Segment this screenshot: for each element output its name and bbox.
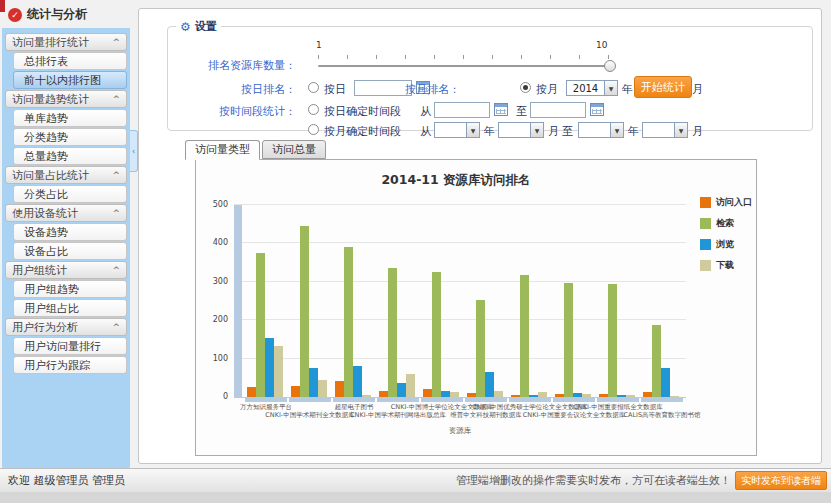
chevron-down-icon: ▼: [530, 123, 543, 137]
sidebar-group-header[interactable]: 访问量排行统计^: [5, 33, 127, 51]
chevron-up-icon: ^: [112, 167, 120, 184]
sidebar-group-header[interactable]: 用户组统计^: [5, 261, 127, 279]
bar: [256, 253, 265, 397]
period-from-date-input[interactable]: [434, 102, 490, 118]
legend-item: 浏览: [700, 238, 752, 251]
sidebar-group-header[interactable]: 用户行为分析^: [5, 318, 127, 336]
window-bottom-strip: [0, 492, 831, 503]
period-to-date-input[interactable]: [530, 102, 586, 118]
sidebar-item[interactable]: 分类占比: [13, 185, 127, 203]
year-unit: 年: [484, 124, 495, 139]
to-label: 至: [562, 124, 573, 139]
y-tick-label: 300: [213, 277, 228, 286]
bar-group: [244, 206, 288, 397]
gear-icon: ⚙: [180, 20, 191, 34]
period-monthly-radio-label: 按月确定时间段: [324, 124, 401, 139]
period-monthly-radio[interactable]: [308, 124, 319, 135]
publish-button[interactable]: 实时发布到读者端: [735, 471, 827, 490]
year-unit: 年: [622, 82, 633, 97]
y-tick-label: 500: [213, 200, 228, 209]
legend-label: 下载: [716, 259, 734, 272]
period-to-month-select[interactable]: ▼: [642, 122, 688, 138]
sidebar-group-header[interactable]: 使用设备统计^: [5, 204, 127, 222]
bar-group: [420, 206, 464, 397]
sidebar: 访问量排行统计^总排行表前十以内排行图访问量趋势统计^单库趋势分类趋势总量趋势访…: [2, 28, 130, 469]
group-base-strip: [245, 397, 287, 402]
monthly-radio[interactable]: [520, 82, 531, 93]
slider-handle[interactable]: [604, 60, 616, 72]
main-panel: ⚙ 设置 排名资源库数量： 1 10 按日排名： 按日 按月排名： 按月 201…: [138, 8, 822, 464]
bar-group: [464, 206, 508, 397]
sidebar-item[interactable]: 设备趋势: [13, 223, 127, 241]
legend-label: 检索: [716, 217, 734, 230]
bar: [388, 268, 397, 397]
bar: [555, 394, 564, 397]
daily-rank-label: 按日排名：: [168, 82, 296, 97]
bar: [344, 247, 353, 397]
sidebar-item[interactable]: 总排行表: [13, 52, 127, 70]
month-unit: 月: [692, 82, 703, 97]
bar: [485, 372, 494, 397]
sidebar-group-label: 用户组统计: [12, 262, 67, 279]
sidebar-group-header[interactable]: 访问量趋势统计^: [5, 90, 127, 108]
bar: [274, 346, 283, 397]
start-statistics-button[interactable]: 开始统计: [634, 76, 692, 98]
sidebar-collapse-handle[interactable]: ‹: [130, 130, 138, 172]
chevron-up-icon: ^: [112, 319, 120, 336]
bar: [626, 395, 635, 397]
tab[interactable]: 访问量类型: [185, 140, 260, 160]
bar: [335, 381, 344, 397]
tab[interactable]: 访问总量: [262, 140, 326, 159]
calendar-icon[interactable]: [494, 103, 508, 116]
sidebar-group-label: 访问量趋势统计: [12, 91, 89, 108]
period-daily-radio-label: 按日确定时间段: [324, 104, 401, 119]
bar-group: [288, 206, 332, 397]
sidebar-item[interactable]: 前十以内排行图: [13, 71, 127, 89]
sidebar-item[interactable]: 总量趋势: [13, 147, 127, 165]
x-category-label: CNKI-中国学术期刊全文数据库: [265, 411, 354, 420]
period-to-year-select[interactable]: ▼: [578, 122, 624, 138]
sidebar-item[interactable]: 设备占比: [13, 242, 127, 260]
period-from-year-select[interactable]: ▼: [434, 122, 480, 138]
bar: [379, 391, 388, 397]
bar-group: [376, 206, 420, 397]
legend-item: 下载: [700, 259, 752, 272]
sidebar-group-label: 用户行为分析: [12, 319, 78, 336]
bar: [564, 283, 573, 397]
sidebar-item[interactable]: 用户行为跟踪: [13, 356, 127, 374]
check-icon: ✓: [8, 8, 22, 22]
rank-count-label: 排名资源库数量：: [168, 58, 296, 73]
calendar-icon[interactable]: [590, 103, 604, 116]
year-unit: 年: [628, 124, 639, 139]
sidebar-item[interactable]: 用户组占比: [13, 299, 127, 317]
bar: [494, 391, 503, 397]
bar: [423, 389, 432, 397]
publish-notice: 管理端增删改的操作需要实时发布，方可在读者端生效！: [456, 469, 731, 492]
period-from-month-select[interactable]: ▼: [498, 122, 544, 138]
sidebar-group-label: 使用设备统计: [12, 205, 78, 222]
chart-x-labels: 万方知识服务平台CNKI-中国学术期刊全文数据库超星电子图书CNKI-中国学术期…: [234, 403, 686, 423]
welcome-text: 欢迎 超级管理员 管理员: [8, 469, 125, 492]
period-daily-radio[interactable]: [308, 104, 319, 115]
bar: [643, 392, 652, 397]
bar: [353, 366, 362, 397]
chevron-down-icon: ▼: [604, 81, 617, 95]
chart-container: 2014-11 资源库访问排名 0100200300400500 万方知识服务平…: [195, 159, 757, 456]
rank-count-slider[interactable]: [318, 65, 610, 67]
sidebar-group-header[interactable]: 访问量占比统计^: [5, 166, 127, 184]
sidebar-item[interactable]: 用户访问量排行: [13, 337, 127, 355]
sidebar-item[interactable]: 用户组趋势: [13, 280, 127, 298]
group-base-strip: [333, 397, 375, 402]
year-select[interactable]: 2014 ▼: [566, 80, 618, 96]
chart-title: 2014-11 资源库访问排名: [216, 172, 696, 189]
sidebar-item[interactable]: 分类趋势: [13, 128, 127, 146]
bar: [617, 395, 626, 397]
group-base-strip: [509, 397, 551, 402]
chevron-up-icon: ^: [112, 262, 120, 279]
group-base-strip: [641, 397, 683, 402]
daily-radio[interactable]: [308, 82, 319, 93]
chart-tabbar: 访问量类型访问总量: [185, 140, 326, 160]
sidebar-item[interactable]: 单库趋势: [13, 109, 127, 127]
slider-min-label: 1: [316, 40, 322, 50]
group-base-strip: [377, 397, 419, 402]
